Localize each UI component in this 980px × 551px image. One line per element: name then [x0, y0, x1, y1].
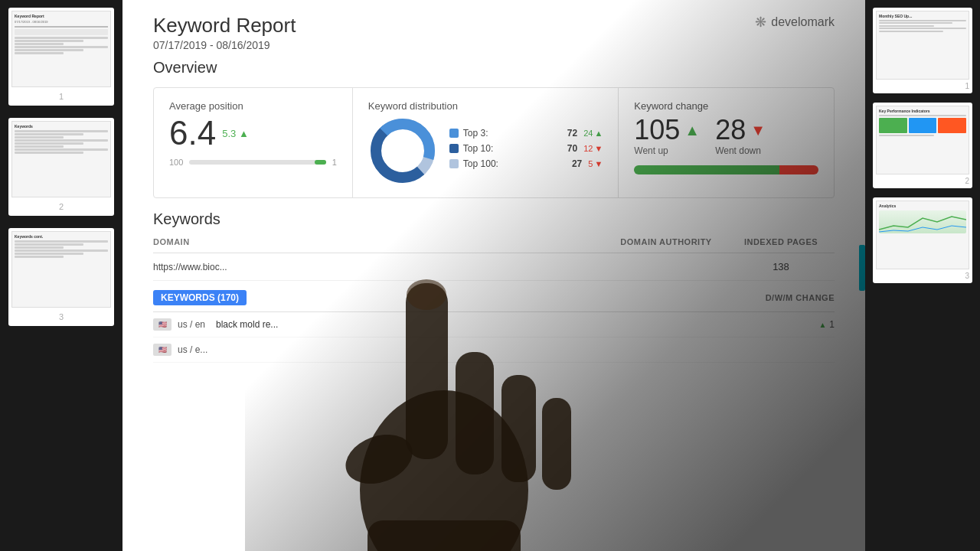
main-content: Keyword Report 07/17/2019 - 08/16/2019 ❋…	[122, 0, 865, 551]
slider-track[interactable]	[189, 160, 325, 165]
went-up-group: 105 ▲ Went up	[634, 116, 700, 156]
avg-position-change: 5.3 ▲	[222, 128, 249, 139]
overview-cards: Average position 6.4 5.3 ▲ 100 1	[153, 87, 835, 198]
slider-max: 1	[332, 158, 337, 167]
left-thumb-2[interactable]: Keywords 2	[8, 118, 114, 216]
avg-pos-arrow-up: ▲	[239, 128, 249, 139]
col-da: DOMAIN AUTHORITY	[605, 237, 727, 246]
legend-top10: Top 10: 70 12 ▼	[449, 143, 603, 154]
keyword-change-progress	[634, 165, 818, 174]
went-down-label: Went down	[715, 145, 766, 156]
right-sidebar: Monthly SEO Up... 1 Key Performance Indi…	[865, 0, 980, 551]
kw-dist-label: Keyword distribution	[368, 100, 603, 112]
kw-badge: KEYWORDS (170)	[153, 290, 247, 305]
right-thumb-3[interactable]: Analytics 3	[873, 197, 972, 283]
right-thumb-1-number: 1	[876, 82, 969, 90]
keywords-title: Keywords	[153, 210, 835, 228]
kw-flag-1: 🇺🇸	[153, 318, 172, 331]
logo: ❋ develomark	[755, 14, 835, 31]
progress-green	[634, 165, 779, 174]
svg-rect-9	[542, 398, 571, 490]
col-domain: DOMAIN	[153, 237, 322, 246]
left-thumb-3-number: 3	[11, 311, 111, 323]
report-date: 07/17/2019 - 08/16/2019	[153, 39, 296, 51]
kw-change-values: 105 ▲ Went up 28 ▼ Went down	[634, 116, 818, 156]
svg-point-3	[383, 131, 423, 171]
kw-locale-2: us / e...	[178, 344, 216, 355]
svg-rect-8	[501, 375, 536, 482]
avg-position-value: 6.4	[169, 116, 216, 150]
legend-change-top10: 12 ▼	[583, 144, 603, 153]
kw-locale-1: us / en	[178, 319, 216, 330]
kw-sub-header: KEYWORDS (170) D/W/M CHANGE	[153, 284, 835, 312]
overview-section: Overview Average position 6.4 5.3 ▲ 100	[122, 59, 865, 198]
col-mid	[322, 237, 605, 246]
kw-change-cell-1: ▲ 1	[773, 319, 835, 330]
kw-change-value-1: 1	[829, 319, 835, 330]
legend-label-top100: Top 100:	[463, 158, 572, 169]
keyword-change-card: Keyword change 105 ▲ Went up 28 ▼	[619, 88, 834, 197]
keywords-section: Keywords DOMAIN DOMAIN AUTHORITY INDEXED…	[122, 198, 865, 363]
left-sidebar: Keyword Report 07/17/2019 - 08/16/2019 1…	[0, 0, 122, 551]
left-thumb-3[interactable]: Keywords cont. 3	[8, 228, 114, 326]
right-thumb-1[interactable]: Monthly SEO Up... 1	[873, 8, 972, 93]
kw-keyword-1: black mold re...	[216, 319, 773, 330]
kw-change-arrow-1: ▲	[818, 321, 826, 329]
legend-dot-top100	[449, 159, 459, 168]
logo-icon: ❋	[755, 14, 766, 31]
col-ip: INDEXED PAGES	[727, 237, 835, 246]
right-mini-chart	[879, 210, 966, 233]
svg-rect-10	[368, 520, 521, 551]
slider-fill	[315, 160, 326, 165]
flag-emoji-2: 🇺🇸	[158, 346, 167, 354]
kw-change-label: Keyword change	[634, 100, 818, 112]
legend-top100: Top 100: 27 5 ▼	[449, 158, 603, 169]
kw-row-2: 🇺🇸 us / e...	[153, 337, 835, 363]
went-up-arrow: ▲	[684, 122, 700, 139]
legend-dot-top10	[449, 144, 459, 153]
avg-position-slider[interactable]: 100 1	[169, 158, 337, 167]
left-thumb-1-number: 1	[11, 90, 111, 103]
progress-red	[779, 165, 818, 174]
legend-dot-top3	[449, 129, 459, 138]
donut-svg	[368, 116, 437, 185]
cyan-accent-bar	[859, 245, 865, 291]
logo-text: develomark	[771, 15, 835, 29]
domain-cell: https://www.bioc...	[153, 262, 322, 272]
svg-point-6	[338, 425, 419, 492]
svg-rect-7	[456, 352, 494, 474]
legend-count-top3: 72	[567, 128, 577, 139]
svg-point-4	[360, 390, 528, 551]
legend-change-top3: 24 ▲	[583, 129, 603, 138]
legend-label-top10: Top 10:	[463, 143, 567, 154]
keyword-distribution-card: Keyword distribution	[353, 88, 619, 197]
right-thumb-2[interactable]: Key Performance Indicators 2	[873, 103, 972, 188]
legend-count-top10: 70	[567, 143, 577, 154]
went-down-value: 28	[715, 116, 746, 144]
donut-chart	[368, 116, 437, 185]
domain-table-header: DOMAIN DOMAIN AUTHORITY INDEXED PAGES	[153, 237, 835, 253]
down-arrow-top10: ▼	[594, 144, 603, 153]
kw-col-change: D/W/M CHANGE	[766, 293, 835, 302]
went-down-group: 28 ▼ Went down	[715, 116, 766, 156]
flag-emoji-1: 🇺🇸	[158, 321, 167, 328]
ip-cell: 138	[727, 261, 835, 272]
legend-label-top3: Top 3:	[463, 128, 567, 139]
left-thumb-2-number: 2	[11, 201, 111, 213]
went-down-arrow: ▼	[750, 122, 766, 139]
report-header: Keyword Report 07/17/2019 - 08/16/2019 ❋…	[122, 0, 865, 59]
avg-position-card: Average position 6.4 5.3 ▲ 100 1	[154, 88, 353, 197]
legend-count-top100: 27	[572, 158, 582, 169]
right-thumb-3-number: 3	[876, 272, 969, 280]
down-arrow-top100: ▼	[594, 159, 603, 168]
slider-min: 100	[169, 158, 183, 167]
legend-top3: Top 3: 72 24 ▲	[449, 128, 603, 139]
report-title: Keyword Report	[153, 14, 296, 37]
right-thumb-2-number: 2	[876, 177, 969, 185]
kw-row-1: 🇺🇸 us / en black mold re... ▲ 1	[153, 312, 835, 337]
kw-legend: Top 3: 72 24 ▲ Top 10: 70 1	[449, 128, 603, 174]
avg-position-label: Average position	[169, 100, 337, 112]
left-thumb-1[interactable]: Keyword Report 07/17/2019 - 08/16/2019 1	[8, 8, 114, 106]
kw-flag-2: 🇺🇸	[153, 344, 172, 356]
domain-row: https://www.bioc... 138	[153, 253, 835, 281]
